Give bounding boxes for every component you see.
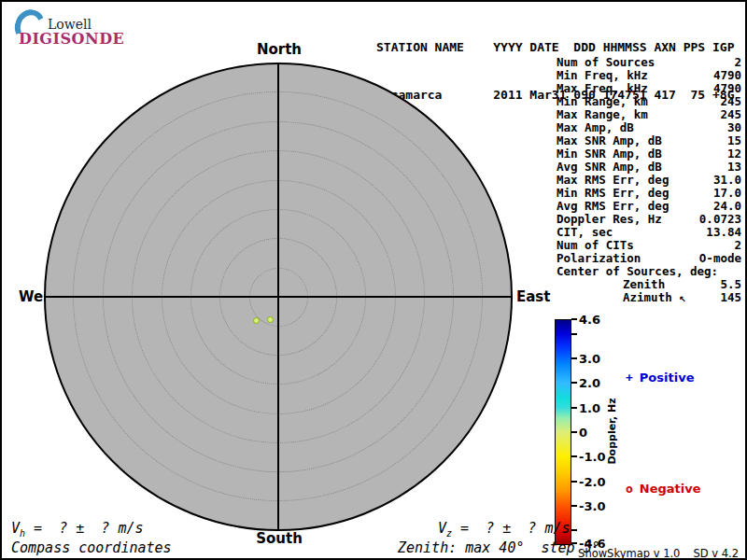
colorbar-tick bbox=[571, 382, 577, 384]
stat-label: Zenith bbox=[623, 278, 665, 291]
stat-label: CIT, sec bbox=[557, 226, 613, 239]
stat-value: 17.0 bbox=[713, 187, 741, 200]
stat-value: 13 bbox=[727, 161, 741, 174]
colorbar-tick-label: 2.0 bbox=[579, 376, 600, 390]
colorbar-tick bbox=[571, 333, 577, 335]
stat-label: Num of CITs bbox=[557, 239, 634, 252]
stat-label: Doppler Res, Hz bbox=[557, 213, 662, 226]
colorbar-tick bbox=[571, 431, 577, 433]
colorbar-tick bbox=[571, 481, 577, 483]
colorbar-tick bbox=[571, 505, 577, 507]
colorbar-tick-label: -2.0 bbox=[579, 475, 605, 489]
stat-value: 12 bbox=[727, 147, 741, 161]
footer-version: ShowSkymap v 1.0 SD v 4.2 bbox=[578, 547, 739, 560]
stat-row: Max Amp, dB30 bbox=[557, 121, 741, 134]
legend-positive: + Positive bbox=[626, 371, 694, 385]
stat-row: Zenith5.5 bbox=[557, 278, 741, 291]
stat-row: CIT, sec13.84 bbox=[557, 226, 741, 239]
vh-readout: Vh = ? ± ? m/s bbox=[11, 520, 144, 539]
stat-label: Max Freq, kHz bbox=[557, 82, 648, 95]
stat-label: Max SNR Amp, dB bbox=[557, 134, 662, 147]
stat-value: 30 bbox=[727, 121, 741, 134]
skymap-page: Lowell DIGISONDE STATION NAME YYYY DATE … bbox=[0, 0, 747, 560]
colorbar-title: Doppler, Hz bbox=[606, 398, 618, 464]
stat-label: Num of Sources bbox=[557, 56, 655, 69]
stat-label: Min SNR Amp, dB bbox=[557, 147, 662, 161]
stat-label: Min RMS Err, deg bbox=[557, 187, 669, 200]
stat-label: Polarization bbox=[557, 252, 641, 265]
coordinates-note: Compass coordinates bbox=[11, 539, 172, 556]
source-point bbox=[253, 317, 260, 324]
stat-value: 245 bbox=[720, 108, 741, 121]
colorbar-tick bbox=[571, 455, 577, 457]
vh-value: = ? ± ? m/s bbox=[25, 520, 143, 537]
stat-row: PolarizationO-mode bbox=[557, 252, 741, 265]
stat-row: Min Freq, kHz4790 bbox=[557, 69, 741, 82]
stat-row: Avg SNR Amp, dB13 bbox=[557, 161, 741, 174]
stat-label: Min Freq, kHz bbox=[557, 69, 648, 82]
stat-row: Num of CITs2 bbox=[557, 239, 741, 252]
stat-row: Avg RMS Err, deg24.0 bbox=[557, 200, 741, 213]
crosshair-vertical-line bbox=[277, 63, 279, 531]
stat-value: 5.5 bbox=[720, 278, 741, 291]
colorbar-tick bbox=[571, 529, 577, 531]
colorbar-tick bbox=[571, 318, 577, 320]
app-version: ShowSkymap v 1.0 bbox=[578, 547, 680, 560]
colorbar-tick bbox=[571, 357, 577, 359]
stat-label: Min Range, km bbox=[557, 95, 648, 108]
compass-label-north: North bbox=[257, 41, 302, 58]
stat-row: Center of Sources, deg: bbox=[557, 265, 741, 278]
stat-row: Azimuth ↖145 bbox=[557, 291, 741, 304]
vz-readout: Vz = ? ± ? m/s bbox=[438, 520, 571, 539]
stat-value: 245 bbox=[720, 95, 741, 108]
stat-row: Num of Sources2 bbox=[557, 56, 741, 69]
stat-value: 13.84 bbox=[706, 226, 741, 239]
stat-value: O-mode bbox=[699, 252, 741, 265]
stat-value: 2 bbox=[734, 56, 741, 69]
stat-value: 4790 bbox=[713, 69, 741, 82]
stat-label: Max RMS Err, deg bbox=[557, 174, 669, 187]
colorbar-tick-label: 0 bbox=[579, 426, 587, 440]
stat-label: Avg RMS Err, deg bbox=[557, 200, 669, 213]
stat-value: 0.0723 bbox=[699, 213, 741, 226]
colorbar-tick-label: 3.0 bbox=[579, 352, 600, 366]
stat-row: Min SNR Amp, dB12 bbox=[557, 147, 741, 161]
colorbar-tick bbox=[571, 407, 577, 409]
stat-value: 24.0 bbox=[713, 200, 741, 213]
source-point bbox=[267, 316, 274, 323]
stat-value: 4790 bbox=[713, 82, 741, 95]
stats-panel: Num of Sources2 Min Freq, kHz4790 Max Fr… bbox=[557, 56, 741, 304]
vz-symbol: V bbox=[438, 520, 446, 537]
stat-value: 145 bbox=[720, 291, 741, 304]
colorbar-tick-label: 4.6 bbox=[579, 313, 600, 327]
stat-row: Min RMS Err, deg17.0 bbox=[557, 187, 741, 200]
stat-label: Max Range, km bbox=[557, 108, 648, 121]
stat-label: Azimuth ↖ bbox=[623, 291, 686, 304]
stat-row: Max Freq, kHz4790 bbox=[557, 82, 741, 95]
station-header-labels: STATION NAME YYYY DATE DDD HHMMSS AXN PP… bbox=[376, 39, 735, 55]
vh-symbol: V bbox=[11, 520, 20, 537]
zenith-step-note: Zenith: max 40° step 5° bbox=[398, 539, 600, 556]
stat-row: Max Range, km245 bbox=[557, 108, 741, 121]
vz-value: = ? ± ? m/s bbox=[452, 520, 570, 537]
sd-version: SD v 4.2 bbox=[693, 547, 739, 560]
logo-digisonde-text: DIGISONDE bbox=[19, 30, 124, 48]
stat-row: Max RMS Err, deg31.0 bbox=[557, 174, 741, 187]
plus-marker-icon: + bbox=[626, 371, 633, 385]
compass-label-east: East bbox=[516, 288, 550, 305]
legend-positive-label: Positive bbox=[640, 371, 695, 385]
stat-label: Avg SNR Amp, dB bbox=[557, 161, 662, 174]
circle-marker-icon: o bbox=[626, 482, 633, 496]
legend-negative: o Negative bbox=[626, 482, 701, 496]
compass-label-south: South bbox=[256, 530, 303, 547]
stat-row: Min Range, km245 bbox=[557, 95, 741, 108]
colorbar-tick-label: 1.0 bbox=[579, 401, 600, 415]
stat-value: 15 bbox=[727, 134, 741, 147]
stat-row: Max SNR Amp, dB15 bbox=[557, 134, 741, 147]
colorbar-tick-label: -1.0 bbox=[579, 450, 605, 464]
stat-label: Max Amp, dB bbox=[557, 121, 634, 134]
doppler-colorbar bbox=[555, 319, 571, 545]
stat-value: 2 bbox=[734, 239, 741, 252]
stat-label: Center of Sources, deg: bbox=[557, 265, 718, 278]
stat-value: 31.0 bbox=[713, 174, 741, 187]
